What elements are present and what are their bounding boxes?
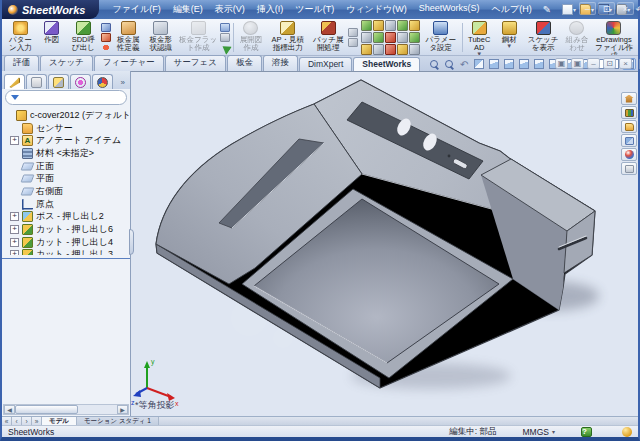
flatten-blue-icon[interactable] — [220, 23, 230, 32]
panel-splitter-handle[interactable] — [129, 229, 134, 255]
menu-ツール(T)[interactable]: ツール(T) — [290, 1, 339, 18]
doc-restore-button[interactable]: ⊡ — [603, 58, 616, 69]
tab-SheetWorks[interactable]: SheetWorks — [353, 57, 420, 71]
tab-フィーチャー[interactable]: フィーチャー — [94, 55, 164, 71]
home-button[interactable] — [621, 92, 637, 105]
tab-スケッチ[interactable]: スケッチ — [40, 55, 93, 71]
custom-properties-button[interactable] — [621, 162, 637, 175]
expand-icon[interactable]: + — [10, 238, 19, 247]
menu-ファイル(F)[interactable]: ファイル(F) — [107, 1, 165, 18]
tab-displaymanager[interactable] — [92, 74, 113, 89]
flatten-gray-icon[interactable] — [220, 33, 230, 42]
tree-item[interactable]: +カット - 押し出し6 — [4, 223, 130, 236]
flyout-arrow[interactable]: ▼ — [506, 44, 512, 48]
mini-tool-icon[interactable] — [409, 32, 420, 43]
undo-button[interactable]: ↶▾ — [633, 3, 640, 16]
sdd-call-button[interactable]: SDD呼び出し — [67, 20, 100, 55]
tree-item[interactable]: 正面 — [4, 160, 130, 173]
tab-モデル[interactable]: モデル — [42, 417, 77, 425]
tab-評価[interactable]: 評価 — [4, 55, 39, 71]
filter-input[interactable] — [22, 93, 121, 103]
mini-tool-icon[interactable] — [361, 32, 372, 43]
tab-nav-button[interactable]: › — [22, 417, 32, 425]
tab-nav-button[interactable]: « — [2, 417, 12, 425]
mini-tool-icon[interactable] — [397, 20, 408, 31]
menu-挿入(I)[interactable]: 挿入(I) — [252, 1, 289, 18]
section-view-icon[interactable] — [472, 58, 486, 70]
menu-SheetWorks(S)[interactable]: SheetWorks(S) — [414, 1, 485, 18]
star-red-icon[interactable] — [101, 43, 111, 52]
mini-tool-icon[interactable] — [385, 32, 396, 43]
menu-ウィンドウ(W)[interactable]: ウィンドウ(W) — [341, 1, 412, 18]
view-back-icon[interactable] — [502, 58, 516, 70]
view-right-icon[interactable] — [532, 58, 546, 70]
tree-item[interactable]: +カット - 押し出し4 — [4, 236, 130, 249]
scroll-thumb[interactable] — [15, 405, 78, 414]
expand-icon[interactable]: + — [10, 136, 19, 145]
view-front-icon[interactable] — [487, 58, 501, 70]
sketch-draw-button[interactable]: 作図 — [37, 20, 67, 55]
tab-dimxpertmanager[interactable] — [70, 74, 91, 89]
tree-item[interactable]: 右側面 — [4, 185, 130, 198]
close-button[interactable]: × — [617, 2, 634, 15]
tab-板金[interactable]: 板金 — [227, 55, 262, 71]
steel-button[interactable]: 鋼材▼ — [494, 20, 524, 55]
units-selector[interactable]: MMGS ▾ — [523, 427, 555, 437]
zoom-area-icon[interactable] — [442, 58, 456, 70]
doc-minimize-button[interactable]: – — [587, 58, 600, 69]
tree-item[interactable]: +Aアノテート アイテム — [4, 134, 130, 147]
edrawings-button[interactable]: eDrawingsファイル作成 — [592, 20, 636, 55]
tree-item[interactable]: 原点 — [4, 198, 130, 211]
tree-item[interactable]: +ボス - 押し出し2 — [4, 211, 130, 224]
tubecad-button[interactable]: TubeCAD▼ — [464, 20, 494, 55]
pattern-input-button[interactable]: パターン入力 — [4, 20, 37, 55]
tab-サーフェス[interactable]: サーフェス — [165, 55, 226, 71]
sheet-recog-button[interactable]: 板金形状認識 — [144, 20, 176, 55]
scroll-left-button[interactable]: ◀ — [4, 405, 15, 414]
batch-unfold-button[interactable]: バッチ展開処理 — [309, 20, 347, 55]
tree-horizontal-scrollbar[interactable]: ◀ ▶ — [3, 404, 129, 415]
design-library-button[interactable] — [621, 106, 637, 119]
mini-tool-icon[interactable] — [373, 44, 384, 55]
model-3d-view[interactable]: y x z — [131, 72, 638, 417]
maximize-button[interactable]: ⊡ — [598, 2, 615, 15]
cube-blue-icon[interactable] — [101, 23, 111, 32]
mini-tool-icon[interactable] — [361, 44, 372, 55]
zoom-fit-icon[interactable] — [427, 58, 441, 70]
cube-red-icon[interactable] — [101, 33, 111, 42]
tab-nav-button[interactable]: » — [32, 417, 42, 425]
previous-view-icon[interactable] — [457, 58, 471, 70]
mini-tool-icon[interactable] — [409, 20, 420, 31]
tab-configurationmanager[interactable] — [48, 74, 69, 89]
arrow-green-icon[interactable] — [218, 41, 232, 55]
model-recess-dot[interactable] — [448, 155, 451, 158]
minimize-button[interactable]: – — [579, 2, 596, 15]
graphics-viewport[interactable]: y x z *等角投影 — [131, 71, 638, 416]
display-pane-button-2[interactable]: ▣ — [571, 58, 584, 69]
pencil-gray-icon[interactable] — [348, 38, 358, 47]
tree-root-item[interactable]: c-cover2012 (デフォルト<<デフォルト>_ — [4, 109, 130, 122]
display-pane-button[interactable]: ▣ — [555, 58, 568, 69]
scroll-right-button[interactable]: ▶ — [117, 405, 128, 414]
menu-ヘルプ(H)[interactable]: ヘルプ(H) — [487, 1, 537, 18]
mini-tool-icon[interactable] — [409, 44, 420, 55]
doc-close-button[interactable]: × — [619, 58, 632, 69]
mini-tool-icon[interactable] — [397, 44, 408, 55]
menu-編集(E)[interactable]: 編集(E) — [168, 1, 208, 18]
tree-item[interactable]: センサー — [4, 122, 130, 135]
expand-icon[interactable]: + — [10, 250, 19, 254]
tab-propertymanager[interactable] — [26, 74, 47, 89]
view-palette-button[interactable] — [621, 134, 637, 147]
show-sketch-button[interactable]: スケッチを表示 — [524, 20, 562, 55]
tab-溶接[interactable]: 溶接 — [263, 55, 298, 71]
mini-tool-icon[interactable] — [385, 20, 396, 31]
tree-item[interactable]: 平面 — [4, 172, 130, 185]
sheet-attr-button[interactable]: 板金属性定義 — [112, 20, 144, 55]
scroll-track[interactable] — [15, 405, 117, 414]
expand-icon[interactable]: + — [10, 212, 19, 221]
tab-モーション スタディ 1[interactable]: モーション スタディ 1 — [77, 417, 159, 425]
param-settings-button[interactable]: パラメータ設定 — [422, 20, 460, 55]
mini-tool-icon[interactable] — [373, 20, 384, 31]
tab-nav-button[interactable]: ‹ — [12, 417, 22, 425]
mini-tool-icon[interactable] — [385, 44, 396, 55]
